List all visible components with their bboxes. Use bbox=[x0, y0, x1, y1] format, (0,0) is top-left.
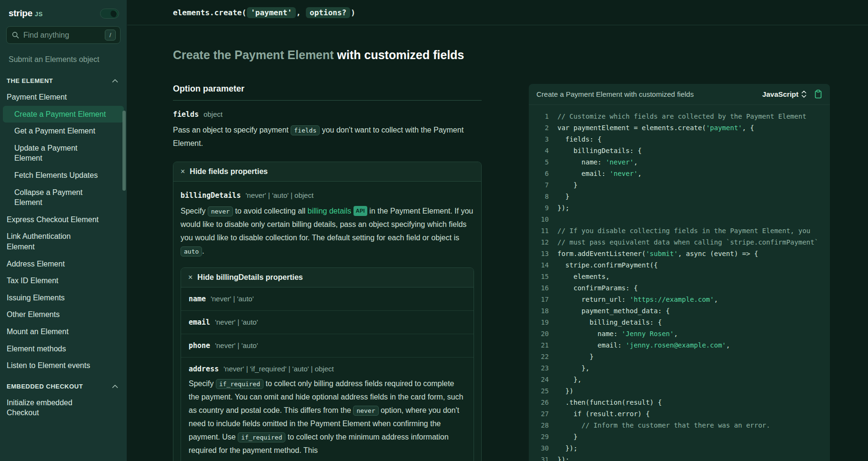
inline-code-never: never bbox=[353, 406, 378, 416]
api-badge: API bbox=[353, 206, 367, 216]
line-number: 3 bbox=[533, 133, 549, 145]
property-row-name: name 'never' | 'auto' bbox=[181, 287, 474, 311]
sidebar-item-label: Update a Payment Element bbox=[14, 143, 91, 164]
sidebar-item-label: Listen to Element events bbox=[7, 361, 90, 369]
sidebar-item-tax-id-element[interactable]: Tax ID Element bbox=[3, 272, 124, 289]
sidebar-item-create-a-payment-element[interactable]: Create a Payment Element bbox=[3, 106, 124, 123]
line-number: 2 bbox=[533, 122, 549, 133]
line-number: 22 bbox=[533, 351, 549, 362]
topbar: elements.create('payment', options?) bbox=[127, 0, 868, 25]
code-line: 6 email: 'never', bbox=[533, 168, 824, 179]
line-number: 25 bbox=[533, 385, 549, 397]
code-line: 18 payment_method_data: { bbox=[533, 305, 824, 317]
sidebar-item-express-checkout-element[interactable]: Express Checkout Element bbox=[3, 211, 124, 228]
stripe-js-logo[interactable]: stripe JS bbox=[9, 8, 43, 19]
billing-details-link[interactable]: billing details bbox=[308, 207, 352, 215]
sidebar-item-issuing-elements[interactable]: Issuing Elements bbox=[3, 289, 124, 307]
columns: Option parameter fields object Pass an o… bbox=[173, 84, 830, 461]
code-line: 5 name: 'never', bbox=[533, 156, 824, 168]
line-number: 18 bbox=[533, 305, 549, 317]
line-number: 12 bbox=[533, 236, 549, 248]
sidebar-item-mount-an-element[interactable]: Mount an Element bbox=[3, 323, 124, 340]
line-number: 20 bbox=[533, 328, 549, 339]
property-type-fields: object bbox=[203, 110, 222, 118]
sidebar-item-element-methods[interactable]: Element methods bbox=[3, 340, 124, 358]
line-number: 29 bbox=[533, 431, 549, 442]
property-address: address 'never' | 'if_required' | 'auto'… bbox=[189, 365, 466, 373]
sidebar-item-payment-element[interactable]: Payment Element bbox=[3, 89, 124, 106]
code-line: 26 .then(function(result) { bbox=[533, 397, 824, 408]
sidebar-item-fetch-elements-updates[interactable]: Fetch Elements Updates bbox=[3, 167, 124, 184]
property-row-phone: phone 'never' | 'auto' bbox=[181, 334, 474, 358]
sidebar-link-submit-an-elements-object[interactable]: Submit an Elements object bbox=[0, 51, 127, 69]
close-icon: × bbox=[181, 168, 185, 175]
copy-button[interactable] bbox=[814, 90, 822, 99]
billingdetails-panel-toggle[interactable]: × Hide billingDetails properties bbox=[181, 268, 474, 287]
code-line: 16 confirmParams: { bbox=[533, 282, 824, 294]
signature-separator: , bbox=[296, 8, 305, 17]
line-number: 9 bbox=[533, 202, 549, 214]
address-description: Specify if_required to collect only bill… bbox=[189, 377, 466, 457]
theme-toggle-knob bbox=[111, 10, 118, 17]
property-fields: fields object bbox=[173, 110, 482, 119]
sidebar-item-label: Fetch Elements Updates bbox=[14, 171, 98, 179]
section-header-the-element[interactable]: THE ELEMENT bbox=[0, 69, 127, 89]
sidebar-item-label: Create a Payment Element bbox=[14, 110, 106, 118]
inline-code-fields: fields bbox=[291, 125, 320, 135]
code-line: 11// If you disable collecting fields in… bbox=[533, 225, 824, 236]
sidebar-item-update-a-payment-element[interactable]: Update a Payment Element bbox=[3, 140, 124, 167]
section-label: EMBEDDED CHECKOUT bbox=[7, 383, 83, 390]
sidebar-item-other-elements[interactable]: Other Elements bbox=[3, 306, 124, 323]
section-header-embedded-checkout[interactable]: EMBEDDED CHECKOUT bbox=[0, 374, 127, 394]
code-line: 20 name: 'Jenny Rosen', bbox=[533, 328, 824, 339]
search-box[interactable]: / bbox=[6, 26, 121, 44]
code-panel: Create a Payment Element with customized… bbox=[529, 84, 830, 461]
code-line: 28 // Inform the customer that there was… bbox=[533, 420, 824, 431]
code-line: 27 if (result.error) { bbox=[533, 408, 824, 420]
sidebar-item-address-element[interactable]: Address Element bbox=[3, 256, 124, 273]
property-name-fields: fields bbox=[173, 110, 199, 119]
close-icon: × bbox=[188, 274, 192, 281]
theme-toggle[interactable] bbox=[100, 9, 119, 19]
line-number: 24 bbox=[533, 374, 549, 385]
signature-arg-payment: 'payment' bbox=[247, 7, 296, 18]
line-number: 30 bbox=[533, 442, 549, 454]
code-line: 2var paymentElement = elements.create('p… bbox=[533, 122, 824, 133]
line-number: 1 bbox=[533, 111, 549, 122]
updown-chevron-icon bbox=[801, 91, 807, 98]
sidebar: stripe JS / Submit an Elements object TH… bbox=[0, 0, 127, 461]
sidebar-item-label: Tax ID Element bbox=[7, 277, 58, 285]
main-area: elements.create('payment', options?) Cre… bbox=[127, 0, 868, 461]
code-line: 15 elements, bbox=[533, 271, 824, 282]
page-title-strong: with customized fields bbox=[337, 48, 464, 61]
sidebar-item-label: Issuing Elements bbox=[7, 294, 65, 302]
property-name: phone bbox=[189, 341, 210, 350]
language-selector[interactable]: JavaScript bbox=[762, 90, 807, 98]
app: stripe JS / Submit an Elements object TH… bbox=[0, 0, 868, 461]
property-name: name bbox=[189, 295, 206, 303]
line-number: 7 bbox=[533, 179, 549, 191]
slash-shortcut-key: / bbox=[105, 30, 116, 41]
property-row-email: email 'never' | 'auto' bbox=[181, 311, 474, 334]
code-line: 3 fields: { bbox=[533, 133, 824, 145]
sidebar-item-listen-to-element-events[interactable]: Listen to Element events bbox=[3, 357, 124, 374]
code-line: 23 }, bbox=[533, 362, 824, 374]
code-line: 17 return_url: 'https://example.com', bbox=[533, 294, 824, 305]
search-input[interactable] bbox=[23, 31, 101, 40]
code-line: 25 }) bbox=[533, 385, 824, 397]
sidebar-item-collapse-a-payment-element[interactable]: Collapse a Payment Element bbox=[3, 184, 124, 211]
sidebar-scrollbar[interactable] bbox=[122, 111, 126, 191]
billingdetails-description: Specify never to avoid collecting all bi… bbox=[181, 205, 474, 258]
search-icon bbox=[12, 31, 19, 39]
sidebar-item-get-a-payment-element[interactable]: Get a Payment Element bbox=[3, 123, 124, 140]
fields-panel-toggle[interactable]: × Hide fields properties bbox=[173, 162, 481, 182]
docs-column: Option parameter fields object Pass an o… bbox=[173, 84, 482, 461]
sidebar-item-link-authentication-element[interactable]: Link Authentication Element bbox=[3, 228, 124, 255]
chevron-up-icon bbox=[112, 384, 118, 389]
code-line: 30 }); bbox=[533, 442, 824, 454]
sidebar-nav-embedded-checkout: Initialize embedded Checkout bbox=[0, 394, 127, 421]
text-run: Pass an object to specify payment bbox=[173, 126, 291, 134]
sidebar-item-initialize-embedded-checkout[interactable]: Initialize embedded Checkout bbox=[3, 394, 124, 421]
signature-arg-options: options? bbox=[306, 7, 350, 18]
property-row-address: address 'never' | 'if_required' | 'auto'… bbox=[181, 358, 474, 461]
